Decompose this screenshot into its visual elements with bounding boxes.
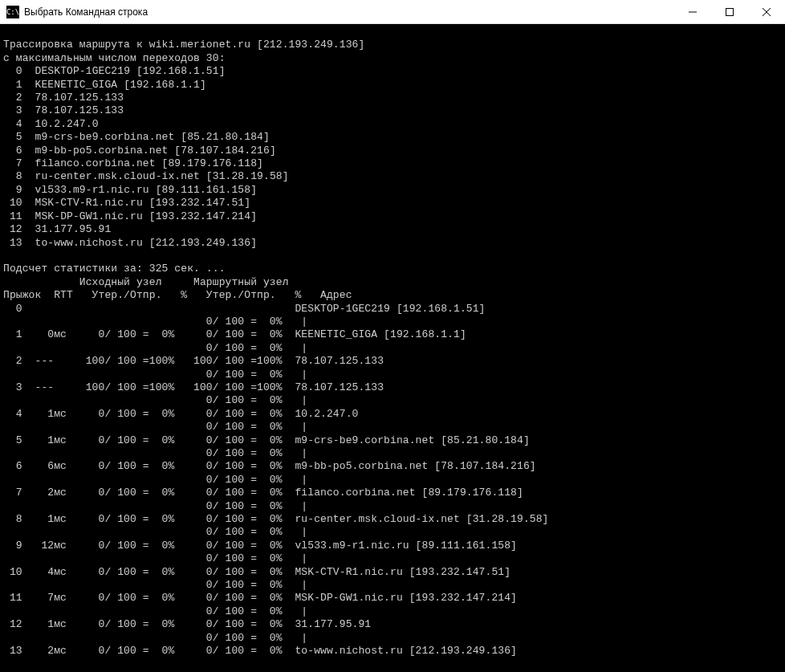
stats-row: 0/ 100 = 0% | xyxy=(3,500,307,512)
hop-row: 0 DESKTOP-1GEC219 [192.168.1.51] xyxy=(3,65,226,77)
stats-col-header: Прыжок RTT Утер./Отпр. % Утер./Отпр. % А… xyxy=(3,289,352,301)
hop-row: 5 m9-crs-be9.corbina.net [85.21.80.184] xyxy=(3,131,270,143)
stats-col-labels: Исходный узел Маршрутный узел xyxy=(3,276,289,288)
stats-row: 0/ 100 = 0% | xyxy=(3,421,307,433)
stats-row: 0/ 100 = 0% | xyxy=(3,316,307,328)
stats-row: 5 1мс 0/ 100 = 0% 0/ 100 = 0% m9-crs-be9… xyxy=(3,434,530,446)
hop-row: 13 to-www.nichost.ru [212.193.249.136] xyxy=(3,237,257,249)
window-title: Выбрать Командная строка xyxy=(24,6,674,18)
hop-row: 4 10.2.247.0 xyxy=(3,118,99,130)
command-prompt-window: C:\ Выбрать Командная строка Трассировка… xyxy=(0,0,785,672)
stats-row: 0/ 100 = 0% | xyxy=(3,394,307,406)
hop-row: 8 ru-center.msk.cloud-ix.net [31.28.19.5… xyxy=(3,170,289,182)
hop-row: 12 31.177.95.91 xyxy=(3,223,111,235)
trace-header-1: Трассировка маршрута к wiki.merionet.ru … xyxy=(3,39,364,51)
stats-row: 6 6мс 0/ 100 = 0% 0/ 100 = 0% m9-bb-po5.… xyxy=(3,460,536,472)
stats-row: 0/ 100 = 0% | xyxy=(3,447,307,459)
stats-row: 0/ 100 = 0% | xyxy=(3,579,307,591)
stats-row: 0/ 100 = 0% | xyxy=(3,369,307,381)
hop-row: 11 MSK-DP-GW1.nic.ru [193.232.147.214] xyxy=(3,210,257,222)
stats-row: 9 12мс 0/ 100 = 0% 0/ 100 = 0% vl533.m9-… xyxy=(3,540,517,552)
minimize-icon xyxy=(689,8,697,16)
stats-row: 4 1мс 0/ 100 = 0% 0/ 100 = 0% 10.2.247.0 xyxy=(3,408,358,420)
maximize-icon xyxy=(726,8,734,16)
stats-row: 7 2мс 0/ 100 = 0% 0/ 100 = 0% filanco.co… xyxy=(3,487,523,499)
stats-row: 3 --- 100/ 100 =100% 100/ 100 =100% 78.1… xyxy=(3,381,384,393)
close-icon xyxy=(763,8,771,16)
stats-row: 0/ 100 = 0% | xyxy=(3,342,307,354)
blank-line xyxy=(3,250,10,262)
stats-row: 11 7мс 0/ 100 = 0% 0/ 100 = 0% MSK-DP-GW… xyxy=(3,592,517,604)
hop-row: 10 MSK-CTV-R1.nic.ru [193.232.147.51] xyxy=(3,197,250,209)
maximize-button[interactable] xyxy=(711,0,748,23)
blank-line xyxy=(3,26,10,38)
stats-header: Подсчет статистики за: 325 сек. ... xyxy=(3,263,226,275)
stats-row: 0/ 100 = 0% | xyxy=(3,526,307,538)
hop-row: 9 vl533.m9-r1.nic.ru [89.111.161.158] xyxy=(3,184,257,196)
stats-row: 0/ 100 = 0% | xyxy=(3,474,307,486)
stats-row: 0/ 100 = 0% | xyxy=(3,632,307,644)
window-controls xyxy=(674,0,785,23)
blank-line xyxy=(3,658,10,670)
hop-row: 1 KEENETIC_GIGA [192.168.1.1] xyxy=(3,79,206,91)
stats-row: 1 0мс 0/ 100 = 0% 0/ 100 = 0% KEENETIC_G… xyxy=(3,328,466,340)
stats-row: 12 1мс 0/ 100 = 0% 0/ 100 = 0% 31.177.95… xyxy=(3,618,371,630)
hop-row: 7 filanco.corbina.net [89.179.176.118] xyxy=(3,157,263,169)
trace-header-2: с максимальным числом переходов 30: xyxy=(3,52,226,64)
minimize-button[interactable] xyxy=(674,0,711,23)
hop-row: 2 78.107.125.133 xyxy=(3,92,124,104)
stats-row: 10 4мс 0/ 100 = 0% 0/ 100 = 0% MSK-CTV-R… xyxy=(3,566,510,578)
close-button[interactable] xyxy=(748,0,785,23)
stats-row: 13 2мс 0/ 100 = 0% 0/ 100 = 0% to-www.ni… xyxy=(3,645,517,657)
console-output[interactable]: Трассировка маршрута к wiki.merionet.ru … xyxy=(0,24,785,672)
stats-row: 8 1мс 0/ 100 = 0% 0/ 100 = 0% ru-center.… xyxy=(3,513,549,525)
stats-row: 0/ 100 = 0% | xyxy=(3,605,307,617)
app-icon: C:\ xyxy=(6,6,19,18)
hop-row: 6 m9-bb-po5.corbina.net [78.107.184.216] xyxy=(3,145,276,157)
hop-row: 3 78.107.125.133 xyxy=(3,104,124,116)
svg-rect-1 xyxy=(726,8,734,15)
stats-row: 2 --- 100/ 100 =100% 100/ 100 =100% 78.1… xyxy=(3,355,384,367)
titlebar[interactable]: C:\ Выбрать Командная строка xyxy=(0,0,785,24)
stats-row: 0 DESKTOP-1GEC219 [192.168.1.51] xyxy=(3,303,486,315)
stats-row: 0/ 100 = 0% | xyxy=(3,552,307,564)
